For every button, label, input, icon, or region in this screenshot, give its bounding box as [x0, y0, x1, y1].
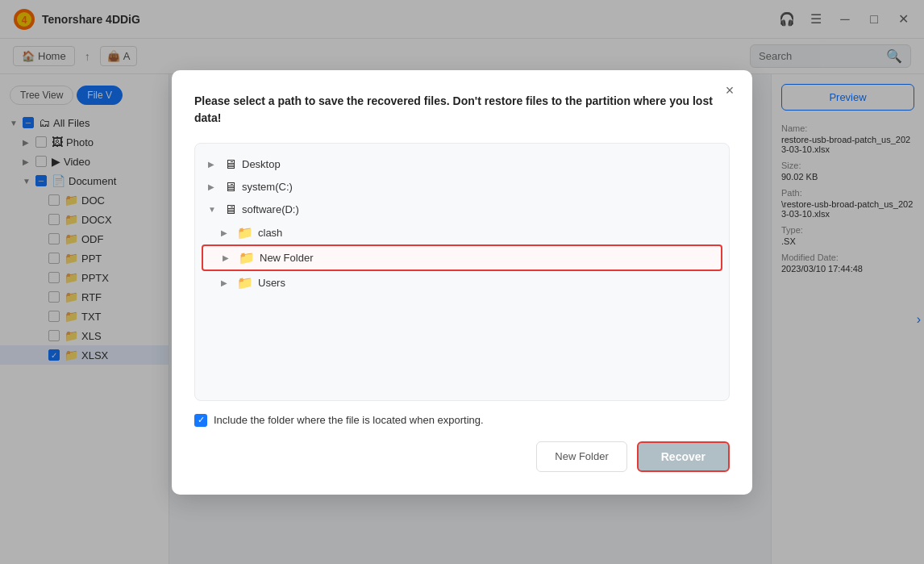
tree-item-software-d[interactable]: ▼ 🖥 software(D:)	[202, 198, 722, 221]
modal-close-button[interactable]: ×	[720, 81, 739, 101]
tree-item-new-folder[interactable]: ▶ 📁 New Folder	[202, 244, 722, 271]
recover-button[interactable]: Recover	[637, 441, 730, 472]
tree-label: clash	[258, 227, 282, 239]
expand-arrow-icon: ▼	[208, 205, 219, 214]
collapse-arrow-icon: ▶	[208, 160, 219, 169]
modal-buttons: New Folder Recover	[194, 441, 730, 472]
drive-icon: 🖥	[224, 203, 237, 217]
tree-item-clash[interactable]: ▶ 📁 clash	[202, 221, 722, 244]
modal-instruction: Please select a path to save the recover…	[194, 93, 730, 127]
tree-label: New Folder	[260, 252, 313, 264]
modal-file-tree: ▶ 🖥 Desktop ▶ 🖥 system(C:) ▼ 🖥 software(…	[194, 143, 730, 401]
tree-item-desktop[interactable]: ▶ 🖥 Desktop	[202, 153, 722, 176]
desktop-icon: 🖥	[224, 157, 237, 172]
tree-label: Desktop	[242, 158, 281, 170]
folder-yellow-icon: 📁	[237, 225, 253, 240]
collapse-arrow-icon: ▶	[221, 228, 232, 237]
drive-icon: 🖥	[224, 180, 237, 194]
tree-label: Users	[258, 277, 285, 289]
include-folder-row: ✓ Include the folder where the file is l…	[194, 414, 730, 427]
collapse-arrow-icon: ▶	[221, 278, 232, 287]
tree-item-system-c[interactable]: ▶ 🖥 system(C:)	[202, 176, 722, 198]
include-folder-checkbox[interactable]: ✓	[194, 414, 207, 427]
modal-overlay[interactable]: × Please select a path to save the recov…	[0, 0, 924, 564]
tree-label: system(C:)	[242, 181, 293, 193]
folder-yellow-icon: 📁	[237, 275, 253, 290]
collapse-arrow-icon: ▶	[208, 182, 219, 191]
tree-label: software(D:)	[242, 203, 299, 215]
new-folder-button[interactable]: New Folder	[536, 441, 626, 472]
include-folder-label: Include the folder where the file is loc…	[214, 414, 484, 426]
folder-yellow-icon: 📁	[239, 250, 255, 265]
tree-item-users[interactable]: ▶ 📁 Users	[202, 271, 722, 295]
collapse-arrow-icon: ▶	[223, 253, 234, 262]
save-path-modal: × Please select a path to save the recov…	[172, 70, 752, 495]
